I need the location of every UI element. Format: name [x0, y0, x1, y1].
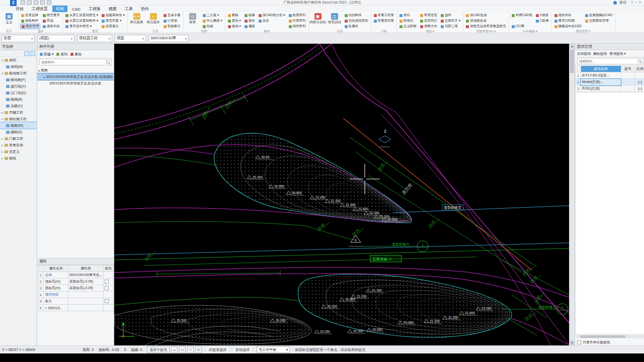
- sheet-toolbar-删除图纸[interactable]: 删除图纸: [593, 51, 607, 56]
- ribbon-item-复制 ▾[interactable]: 复制 ▾: [227, 18, 242, 24]
- ribbon-item-C打断[interactable]: C打断: [511, 24, 533, 29]
- sheet-name[interactable]: Model(已锁)...: [581, 79, 621, 85]
- ribbon-item-批量选择[interactable]: 批量选择: [20, 13, 40, 18]
- attach-checkbox[interactable]: [105, 286, 109, 290]
- sheet-horizontal-scrollbar[interactable]: [576, 335, 644, 338]
- window-control-icon[interactable]: ?: [631, 1, 633, 4]
- property-value[interactable]: 300X150X30厚黑色...: [68, 272, 103, 279]
- ribbon-item-移动 ▾[interactable]: 移动 ▾: [227, 24, 242, 29]
- ribbon-item-识别虚拟房间[interactable]: 识别虚拟房间: [344, 18, 369, 24]
- work-plane-combo[interactable]: 无工作平面▾: [257, 346, 290, 353]
- ribbon-item-改属性[interactable]: 改属性: [344, 24, 369, 29]
- window-control-icon[interactable]: –: [635, 1, 637, 4]
- ribbon-item-视角列表[interactable]: 视角列表: [553, 13, 583, 18]
- property-value[interactable]: 层底标高(-0.05): [68, 279, 103, 285]
- status-toggle-icon[interactable]: ⊾: [171, 346, 178, 353]
- user-avatar-icon[interactable]: [613, 1, 617, 5]
- ribbon-item-环形阵列[interactable]: 环形阵列: [288, 18, 307, 24]
- sheet-toolbar-整理图纸 ▾[interactable]: 整理图纸 ▾: [609, 51, 626, 56]
- ribbon-item-C修剪[interactable]: C修剪: [535, 13, 550, 18]
- ribbon-item-三点弧 ▾[interactable]: 三点弧 ▾: [202, 13, 223, 18]
- sidebar-item-楼梯(B)[interactable]: 楼梯(B): [0, 96, 37, 103]
- component-item-selected[interactable]: ▴300X150X30厚黑色文化石流水板,错缝铺贴: [37, 73, 114, 80]
- ribbon-item-显示选中图元 ▾[interactable]: 显示选中图元 ▾: [64, 24, 99, 29]
- context-combo-(墙面)[interactable]: (墙面)▾: [37, 35, 74, 42]
- ribbon-item-立面图纸管理[interactable]: 立面图纸管理: [584, 18, 613, 24]
- tab-工程量[interactable]: 工程量: [85, 6, 104, 12]
- ribbon-item-补画CAD线[interactable]: 补画CAD线: [511, 13, 533, 18]
- sheet-toolbar-添加图纸[interactable]: 添加图纸: [577, 51, 591, 56]
- sidebar-item-墙面(W)[interactable]: 墙面(W): [0, 122, 37, 129]
- context-combo-首层[interactable]: 首层▾: [2, 35, 35, 42]
- sheet-row[interactable]: 3布局1(已锁)1:1: [576, 85, 644, 92]
- sheet-search-box[interactable]: [577, 58, 643, 64]
- ribbon-item-图元存盘 ▾[interactable]: 图元存盘 ▾: [101, 18, 126, 24]
- sidebar-item-波打线(X)[interactable]: 波打线(X): [0, 83, 37, 89]
- component-item[interactable]: 300X150X30厚黑色文化石流水板: [37, 80, 114, 86]
- sidebar-item-天棚工程[interactable]: ▸天棚工程: [0, 109, 37, 116]
- ribbon-item-斜推拉[interactable]: 斜推拉: [398, 18, 418, 24]
- ribbon-button-定义[interactable]: ▦定义: [2, 13, 17, 24]
- ribbon-item-按CAD生成[interactable]: 按CAD生成: [465, 13, 507, 18]
- ribbon-item-计算器[interactable]: 计算器: [163, 18, 182, 24]
- ribbon-item-智能索引[interactable]: 智能索引: [163, 24, 182, 29]
- toggle-折线选择[interactable]: 折线选择: [233, 347, 252, 352]
- ribbon-item-五金手册[interactable]: 五金手册: [163, 13, 182, 18]
- ribbon-item-查看工程量[interactable]: 查看工程量: [373, 13, 395, 18]
- component-root-row[interactable]: ▴墙面: [37, 67, 114, 73]
- sheet-name[interactable]: 布局1(已锁): [581, 85, 621, 92]
- nav-view-grid-icon[interactable]: [30, 51, 35, 56]
- scrollbar-thumb[interactable]: [580, 335, 625, 338]
- scrollbar-thumb[interactable]: [570, 50, 574, 73]
- tab-绘制[interactable]: 绘制: [52, 6, 67, 12]
- tab-协作[interactable]: 协作: [137, 6, 152, 12]
- tab-视图[interactable]: 视图: [105, 6, 120, 12]
- component-toolbar-删除[interactable]: 删除: [70, 52, 82, 57]
- status-toggle-icon[interactable]: ⌖: [187, 346, 194, 353]
- user-name[interactable]: 曾培: [619, 0, 626, 5]
- app-logo[interactable]: Z: [10, 0, 17, 6]
- sidebar-item-零星装饰[interactable]: ▸零星装饰: [0, 142, 37, 148]
- ribbon-button-两点距离[interactable]: ⟷两点距离: [129, 13, 144, 24]
- component-toolbar-复制[interactable]: 复制: [56, 52, 67, 57]
- sheet-column-图纸名称[interactable]: 图纸名称: [581, 66, 621, 72]
- ribbon-item-从其它层复制构件 ▾[interactable]: 从其它层复制构件 ▾: [64, 18, 99, 24]
- sidebar-item-过门石(D)[interactable]: 过门石(D): [0, 89, 37, 96]
- attach-checkbox[interactable]: [105, 299, 109, 303]
- sheet-name[interactable]: ⊟ FLY-B3-3造型...: [581, 72, 621, 79]
- ribbon-item-还原隐藏的CAD[interactable]: 还原隐藏的CAD: [584, 13, 613, 18]
- tab-工具[interactable]: 工具: [121, 6, 136, 12]
- ribbon-item-筛选[interactable]: 筛选: [42, 18, 61, 24]
- property-value[interactable]: 层底标高(-0.05): [68, 285, 103, 292]
- ribbon-item-定义斜面[interactable]: 定义斜面: [398, 24, 418, 29]
- ribbon-item-查看房间量[interactable]: 查看房间量: [373, 18, 395, 24]
- ribbon-item-旋转[interactable]: 旋转: [244, 18, 256, 24]
- ribbon-item-C延伸[interactable]: C延伸: [535, 18, 550, 24]
- ribbon-item-图元显示[interactable]: 图元显示: [42, 13, 61, 18]
- status-toggle-icon[interactable]: ▭: [179, 346, 186, 353]
- ribbon-item-识别构件[interactable]: 识别构件: [344, 13, 369, 18]
- context-combo-墙面[interactable]: 墙面▾: [115, 35, 146, 42]
- ribbon-item-视角列表[interactable]: 视角列表: [42, 24, 61, 29]
- status-toggle-icon[interactable]: ↻: [195, 346, 202, 353]
- sidebar-item-自定义[interactable]: ▸自定义: [0, 148, 37, 155]
- ribbon-item-局部三维[interactable]: 局部三维: [440, 24, 461, 29]
- cad-canvas[interactable]: 20.0520.30020.55020.80021.05021.30021.55…: [114, 44, 575, 345]
- nav-view-list-icon[interactable]: [24, 51, 29, 56]
- context-combo-墙柱面工程[interactable]: 墙柱面工程▾: [77, 35, 112, 42]
- scroll-down-icon[interactable]: ▼: [570, 340, 575, 345]
- ribbon-item-布置造型[interactable]: 布置造型: [419, 13, 438, 18]
- tab-工程设置[interactable]: 工程设置: [28, 6, 51, 12]
- sidebar-item-楼地面工程[interactable]: ▾楼地面工程: [0, 70, 37, 76]
- ribbon-item-推拉[interactable]: 推拉: [398, 13, 418, 18]
- property-value[interactable]: [68, 292, 103, 298]
- sidebar-item-门窗工程[interactable]: ▸门窗工程: [0, 135, 37, 142]
- context-combo-300X150X30厚[interactable]: 300X150X30厚▾: [148, 35, 189, 42]
- ribbon-item-造型同步[interactable]: 造型同步: [419, 18, 438, 24]
- ribbon-item-矩形阵列[interactable]: 矩形阵列: [288, 13, 307, 18]
- ribbon-item-删除[interactable]: 删除: [227, 13, 242, 18]
- scroll-up-icon[interactable]: ▲: [570, 44, 575, 49]
- ribbon-item-按地面生成[interactable]: 按地面生成: [465, 18, 507, 24]
- sheet-column-图号[interactable]: 图号: [621, 66, 635, 72]
- sidebar-item-楼地面(F)[interactable]: 楼地面(F): [0, 76, 37, 83]
